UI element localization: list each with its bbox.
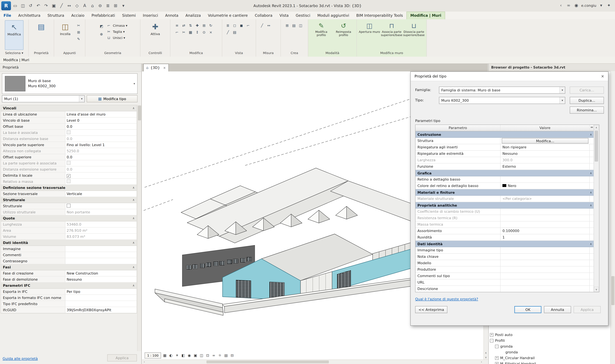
ribbon-tab[interactable]: Inserisci <box>139 12 161 19</box>
parameter-row[interactable]: Ripiegatura agli inserti Non ripiegare <box>415 144 594 151</box>
measure-between-icon[interactable]: ╱ <box>259 23 265 28</box>
properties-scrollbar-thumb[interactable] <box>138 105 141 120</box>
ribbon-tab[interactable]: Analizza <box>182 12 204 19</box>
user-menu-arrow-icon[interactable]: ▾ <box>598 1 604 10</box>
view-properties-icon[interactable]: ▤ <box>232 30 237 35</box>
create-group-icon[interactable]: ◫ <box>298 23 303 28</box>
ribbon-tab[interactable]: Gestisci <box>292 12 314 19</box>
show-crop-icon[interactable]: ◫ <box>198 352 204 359</box>
table-scrollbar[interactable]: ∧ ∨ <box>594 125 599 292</box>
temporary-hide-isolate-icon[interactable]: ∞ <box>211 352 217 359</box>
app-store-icon[interactable]: ✦ <box>606 1 612 10</box>
property-row[interactable]: Offset superiore 0.0 <box>1 154 136 160</box>
lock-view-icon[interactable]: ⊡ <box>204 352 211 359</box>
property-value[interactable]: Verticale <box>65 191 136 197</box>
tag-icon[interactable]: ◇ <box>73 2 80 10</box>
parameter-row[interactable]: Materiali e finiture <box>415 189 594 196</box>
property-value[interactable] <box>65 203 136 209</box>
properties-palette-button[interactable]: ▤ <box>32 20 50 50</box>
property-value[interactable]: Linea d'asse del muro <box>65 111 136 117</box>
default-3d-view-icon[interactable]: ⌂ <box>89 2 96 10</box>
property-row[interactable]: Volume 83.073 m³ <box>1 234 136 240</box>
user-icon[interactable]: ◉ <box>574 1 579 10</box>
parameter-value[interactable] <box>500 266 590 273</box>
type-combo[interactable]: Muro K002_300 ▾ <box>439 97 565 104</box>
infocenter-collapse-icon[interactable]: ‹ <box>558 1 564 10</box>
create-similar-icon[interactable]: ⊞ <box>284 23 290 28</box>
rotate-icon[interactable]: ↻ <box>208 23 214 28</box>
panel-label-controlli[interactable]: Controlli <box>140 50 170 56</box>
property-value[interactable]: Per tipo <box>65 289 136 295</box>
property-value[interactable]: 83.073 m³ <box>65 234 136 240</box>
property-row[interactable]: Dati identità <box>1 240 136 246</box>
detail-level-icon[interactable]: ▦ <box>162 352 168 359</box>
parameter-row[interactable]: Larghezza 300.0 <box>415 157 594 164</box>
tree-item[interactable]: - gronda <box>490 343 610 349</box>
property-value[interactable]: 0.0 <box>65 154 136 160</box>
parameter-value[interactable] <box>500 260 590 266</box>
cut-profile-icon[interactable]: ⌐ <box>245 23 251 28</box>
preview-button[interactable]: << Anteprima <box>415 306 447 313</box>
ok-button[interactable]: OK <box>514 306 541 313</box>
property-row[interactable]: Offset base 0.0 <box>1 124 136 130</box>
parameter-value[interactable]: 0.100000 <box>500 228 590 234</box>
property-row[interactable]: Altezza non collegata 5250.0 <box>1 148 136 154</box>
property-value[interactable]: 39ljSmRrjDXB0XqnsyAPit <box>65 307 136 313</box>
property-row[interactable]: Definizione sezione trasversale <box>1 185 136 191</box>
property-row[interactable]: Esporta in formato IFC con nome <box>1 295 136 301</box>
property-value[interactable]: 276.910 m² <box>65 228 136 234</box>
scroll-up-icon[interactable]: ∧ <box>484 351 488 355</box>
parameter-row[interactable]: Funzione Esterno <box>415 164 594 170</box>
attach-top-base-button[interactable]: ⊓ Associa parte superiore/base <box>381 20 402 50</box>
property-value[interactable] <box>65 160 136 166</box>
ribbon-tab[interactable]: Vista <box>276 12 292 19</box>
ribbon-tab[interactable]: Sistemi <box>119 12 139 19</box>
tree-expander-icon[interactable]: + <box>495 362 499 364</box>
thin-lines-icon[interactable]: ≣ <box>225 23 231 28</box>
property-row[interactable]: Esporta in IFC Per tipo <box>1 289 136 295</box>
property-row[interactable]: Distanza estensione superiore 0.0 <box>1 166 136 172</box>
property-value[interactable]: 0.0 <box>65 166 136 172</box>
type-selector[interactable]: Muro di base Muro K002_300 ▾ <box>2 73 137 94</box>
mirror-icon[interactable]: ⇅ <box>188 23 193 28</box>
split-icon[interactable]: ✂ <box>181 30 187 35</box>
panel-label-misura[interactable]: Misura <box>256 50 281 56</box>
property-row[interactable]: Immagine <box>1 246 136 252</box>
cut-icon[interactable]: ✂ <box>76 23 81 28</box>
align-icon[interactable]: ≡ <box>174 23 180 28</box>
filter-dropdown-icon[interactable]: ▾ <box>79 96 84 102</box>
temporary-view-properties-icon[interactable]: ▤ <box>223 352 229 359</box>
section-icon[interactable]: ⊖ <box>97 2 104 10</box>
ribbon-tab[interactable]: Collabora <box>251 12 276 19</box>
panel-label-crea[interactable]: Crea <box>281 50 308 56</box>
tree-item[interactable]: - Profili <box>490 338 610 343</box>
crop-view-icon[interactable]: ▣ <box>192 352 198 359</box>
rendering-dialog-icon[interactable]: ◉ <box>186 352 192 359</box>
sun-path-icon[interactable]: ☀ <box>174 352 180 359</box>
offset-icon[interactable]: ⇄ <box>181 23 187 28</box>
apply-button[interactable]: Applica <box>107 354 137 362</box>
join-geometry-icon[interactable]: ⊕ <box>99 32 104 37</box>
parameter-value[interactable]: Modifica... <box>502 138 588 143</box>
property-row[interactable]: Strutturale <box>1 197 136 203</box>
parameter-row[interactable]: Descrizione <box>415 286 594 292</box>
parameter-row[interactable]: URL <box>415 279 594 286</box>
properties-scrollbar[interactable] <box>137 105 141 351</box>
property-row[interactable]: Area 276.910 m² <box>1 228 136 234</box>
load-button[interactable]: Carica... <box>570 87 604 94</box>
parameter-row[interactable]: Massa termica <box>415 221 594 228</box>
text-icon[interactable]: A <box>81 2 88 10</box>
panel-label-geometria[interactable]: Geometria <box>85 50 140 56</box>
tree-expander-icon[interactable]: + <box>490 333 494 337</box>
ribbon-tab[interactable]: File <box>0 12 15 19</box>
reset-profile-button[interactable]: ↺ Reimposta profilo <box>333 20 354 50</box>
edit-type-button[interactable]: ▦ Modifica tipo <box>87 95 137 102</box>
property-value[interactable]: Fino al livello: Level 1 <box>65 142 136 148</box>
sync-icon[interactable]: ↺ <box>27 2 34 10</box>
dialog-help-link[interactable]: Qual è l'azione di queste proprietà? <box>415 297 478 301</box>
property-row[interactable]: Vincolo parte superiore Fino al livello:… <box>1 142 136 148</box>
show-constraints-icon[interactable]: ⊟ <box>229 352 235 359</box>
property-value[interactable] <box>65 295 136 301</box>
open-icon[interactable]: ▭ <box>12 2 19 10</box>
ribbon-tab[interactable]: Moduli aggiuntivi <box>314 12 353 19</box>
